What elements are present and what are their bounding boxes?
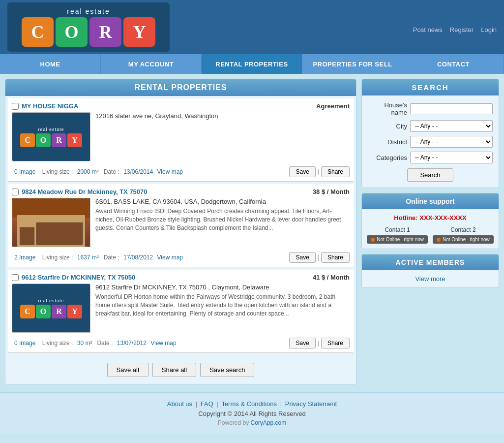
listing-3-logo-mini-puzzles: C O R Y	[20, 305, 82, 318]
logo-letter-r: R	[89, 17, 121, 47]
search-city-select[interactable]: -- Any - -	[410, 120, 493, 132]
listing-2-title[interactable]: 9824 Meadow Rue Dr Mckinney, TX 75070	[22, 188, 148, 195]
listing-3-view-map[interactable]: View map	[150, 340, 176, 347]
listing-item: MY HOUSE NIGGA Agreement real estate C O…	[8, 98, 354, 182]
listings-panel: RENTAL PROPERTIES MY HOUSE NIGGA Agreeme…	[5, 79, 356, 385]
mini-r: R	[52, 133, 66, 147]
search-title: SEARCH	[362, 79, 499, 95]
listing-3-meta: 0 Image Living size : 30 m² Date : 13/07…	[12, 340, 177, 347]
footer-links: About us | FAQ | Terms & Conditions | Pr…	[7, 400, 497, 408]
logo-box: real estate C O R Y	[7, 2, 170, 52]
footer-divider-2: |	[216, 400, 220, 408]
footer-powered-by-text: Powered by	[218, 419, 249, 426]
search-box: SEARCH House's name City -- Any - - Dist…	[361, 79, 499, 188]
nav-rental-properties[interactable]: RENTAL PROPERTIES	[202, 54, 302, 74]
listing-1-title[interactable]: MY HOUSE NIGGA	[22, 102, 78, 110]
nav-my-account[interactable]: MY ACCOUNT	[101, 54, 202, 74]
listing-2-view-map[interactable]: View map	[157, 254, 183, 261]
listing-2-living-size: 1637 m²	[77, 254, 99, 261]
search-city-label: City	[368, 123, 407, 130]
contacts-row: Contact 1 Not Online right now Contact 2…	[367, 226, 494, 244]
footer-divider-3: |	[280, 400, 284, 408]
contact-2-status: Not Online right now	[433, 235, 494, 244]
listing-2-checkbox[interactable]	[12, 189, 19, 195]
login-link[interactable]: Login	[481, 26, 497, 33]
footer-about-link[interactable]: About us	[167, 400, 192, 408]
save-search-button[interactable]: Save search	[200, 363, 254, 377]
listing-1-checkbox[interactable]	[12, 103, 19, 110]
search-district-select[interactable]: -- Any - -	[410, 136, 493, 148]
listing-1-header: MY HOUSE NIGGA Agreement	[12, 102, 350, 110]
listing-1-date: 13/06/2014	[123, 168, 153, 175]
listing-1-logo-mini: real estate C O R Y	[12, 112, 90, 161]
nav-home[interactable]: HOME	[0, 54, 101, 74]
listing-3-header: 9612 Starfire Dr MCKINNEY, TX 75050 41 $…	[12, 274, 350, 281]
share-all-button[interactable]: Share all	[152, 363, 196, 377]
logo-puzzles: C O R Y	[22, 17, 155, 47]
listing-2-date: 17/08/2012	[123, 254, 153, 261]
listing-2-save-button[interactable]: Save	[289, 252, 315, 263]
listing-3-image: real estate C O R Y	[12, 284, 90, 333]
search-btn-row: Search	[368, 168, 493, 182]
footer-powered: Powered by CoryApp.com	[7, 419, 497, 426]
search-district-label: District	[368, 138, 407, 146]
view-more-link[interactable]: View more	[415, 275, 445, 283]
footer-privacy-link[interactable]: Privacy Statement	[285, 400, 337, 408]
listing-2-details: 6S01, BASS LAKE, CA 93604, USA, Dodgerto…	[95, 198, 350, 247]
support-title: Online support	[362, 193, 499, 209]
register-link[interactable]: Register	[450, 26, 474, 33]
listing-3-save-button[interactable]: Save	[289, 338, 315, 348]
search-categories-label: Categories	[368, 154, 407, 161]
listing-1-body: real estate C O R Y 12016 slater ave ne,…	[12, 112, 350, 161]
footer-powered-link[interactable]: CoryApp.com	[251, 419, 287, 426]
bottom-actions: Save all Share all Save search	[5, 355, 356, 384]
search-button[interactable]: Search	[407, 168, 453, 182]
search-categories-select[interactable]: -- Any - -	[410, 152, 493, 163]
members-box: ACTIVE MEMBERS View more	[361, 254, 499, 288]
logo-letter-y: Y	[123, 17, 155, 47]
listing-1-share-button[interactable]: Share	[321, 166, 350, 177]
post-news-link[interactable]: Post news	[413, 26, 443, 33]
nav-contact[interactable]: CONTACT	[403, 54, 504, 74]
nav-properties-for-sell[interactable]: PROPERTIES FOR SELL	[302, 54, 403, 74]
contact-1-status: Not Online right now	[367, 235, 428, 244]
footer-faq-link[interactable]: FAQ	[201, 400, 213, 408]
search-house-name-row: House's name	[368, 101, 493, 116]
listing-2-price: 38 $ / Month	[313, 188, 350, 195]
listing-1-address: 12016 slater ave ne, Grayland, Washingto…	[95, 112, 350, 120]
listing-2-separator: |	[318, 252, 319, 263]
listing-3-title[interactable]: 9612 Starfire Dr MCKINNEY, TX 75050	[22, 274, 135, 281]
search-categories-row: Categories -- Any - -	[368, 152, 493, 163]
listing-3-living-size: 30 m²	[77, 340, 92, 347]
contact-1-label: Contact 1	[367, 226, 428, 233]
search-house-name-input[interactable]	[410, 103, 493, 114]
listing-1-living-size: 2000 m²	[77, 168, 99, 175]
listing-3-logo-mini-text: real estate	[38, 298, 64, 303]
listing-1-image: real estate C O R Y	[12, 112, 90, 161]
listing-1-image-count: 0 Image	[14, 168, 35, 175]
listing-3-checkbox[interactable]	[12, 274, 19, 281]
search-house-name-label: House's name	[368, 101, 407, 116]
save-all-button[interactable]: Save all	[107, 363, 148, 377]
listing-1-save-button[interactable]: Save	[289, 166, 315, 177]
listing-1-view-map[interactable]: View map	[157, 168, 183, 175]
listing-3-share-button[interactable]: Share	[321, 338, 350, 348]
listing-1-logo-mini-text: real estate	[38, 127, 64, 132]
listing-2-address: 6S01, BASS LAKE, CA 93604, USA, Dodgerto…	[95, 198, 350, 205]
listing-3-date: 13/07/2012	[117, 340, 147, 347]
search-district-row: District -- Any - -	[368, 136, 493, 148]
mini-o: O	[36, 133, 51, 147]
listing-2-actions: Save | Share	[289, 252, 350, 263]
hotline: Hotline: XXX-XXX-XXXX	[367, 214, 494, 222]
footer-terms-link[interactable]: Terms & Conditions	[221, 400, 277, 408]
listing-2-footer: 2 Image Living size : 1637 m² Date : 17/…	[12, 250, 350, 263]
logo-area: real estate C O R Y	[7, 2, 170, 52]
listing-2-share-button[interactable]: Share	[321, 252, 350, 263]
members-title: ACTIVE MEMBERS	[362, 254, 499, 270]
listing-2-header: 9824 Meadow Rue Dr Mckinney, TX 75070 38…	[12, 188, 350, 195]
contact-1-right-now: right now	[404, 237, 424, 242]
listing-3-actions: Save | Share	[289, 338, 350, 348]
listing-2-image	[12, 198, 90, 247]
listing-3-logo-mini: real estate C O R Y	[12, 284, 90, 333]
mini-y: Y	[67, 133, 82, 147]
